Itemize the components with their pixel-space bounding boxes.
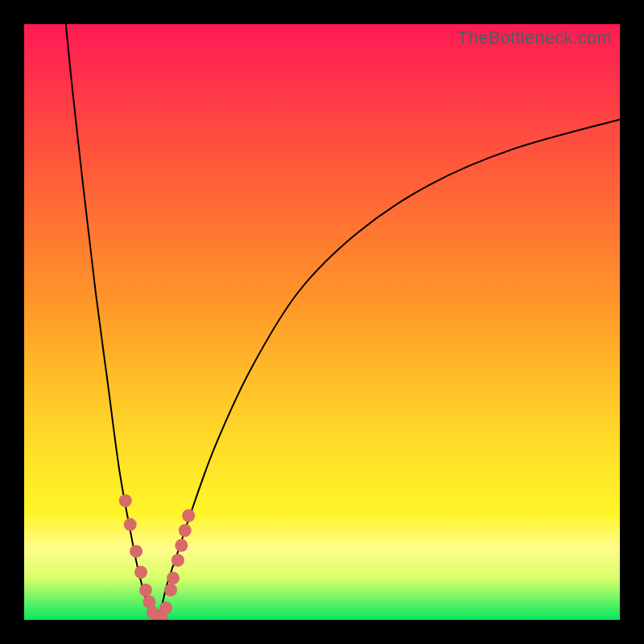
highlight-dot: [171, 554, 184, 567]
highlight-dot: [159, 601, 172, 614]
curve-left-branch: [66, 24, 155, 620]
highlight-dot: [167, 572, 180, 584]
highlight-dots-group: [119, 494, 195, 620]
highlight-dot: [179, 524, 192, 537]
highlight-dot: [124, 518, 137, 531]
highlight-dot: [182, 510, 195, 522]
highlight-dot: [134, 566, 147, 579]
highlight-dot: [139, 584, 152, 597]
outer-frame: TheBottleneck.com: [0, 0, 644, 644]
plot-area: TheBottleneck.com: [24, 24, 620, 620]
curve-right-branch: [155, 119, 620, 620]
highlight-dot: [130, 545, 142, 558]
highlight-dot: [175, 539, 188, 552]
highlight-dot: [119, 494, 132, 507]
highlight-dot: [164, 584, 177, 597]
chart-svg: [24, 24, 620, 620]
